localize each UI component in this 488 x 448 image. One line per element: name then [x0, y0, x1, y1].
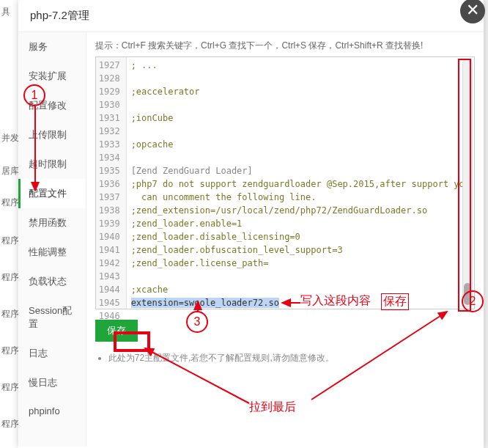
bg-label: 程序 — [1, 418, 19, 430]
line-gutter: 1927192819291930193119321933193419351936… — [96, 57, 127, 309]
sidebar-item[interactable]: 配置修改 — [18, 91, 86, 120]
sidebar: 服务安装扩展配置修改上传限制超时限制配置文件禁用函数性能调整负载状态Sessio… — [18, 32, 86, 447]
bg-label: 并发 — [1, 132, 19, 144]
sidebar-item[interactable]: 负载状态 — [18, 267, 86, 296]
code-content[interactable]: ; ... ;eaccelerator ;ionCube ;opcache [Z… — [127, 57, 474, 309]
sidebar-item[interactable]: 配置文件 — [18, 179, 86, 208]
sidebar-item[interactable]: 超时限制 — [18, 150, 86, 179]
bg-label: 程序 — [1, 308, 19, 320]
bg-label: 程序 — [1, 197, 19, 209]
close-icon: ✕ — [466, 1, 479, 19]
sidebar-item[interactable]: 性能调整 — [18, 238, 86, 267]
sidebar-item[interactable]: 日志 — [18, 339, 86, 368]
annotation-save-box-inner — [115, 333, 149, 350]
sidebar-item[interactable]: 禁用函数 — [18, 208, 86, 238]
bg-label: 程序 — [1, 271, 19, 284]
code-editor[interactable]: 1927192819291930193119321933193419351936… — [95, 56, 475, 309]
bg-label: 居库 — [1, 165, 19, 177]
annotation-scrollbar-box — [458, 59, 471, 312]
sidebar-item[interactable]: 慢日志 — [18, 368, 86, 397]
sidebar-item[interactable]: 安装扩展 — [18, 62, 86, 91]
bg-label: 程序 — [1, 235, 19, 247]
modal-title: php-7.2管理 — [18, 0, 484, 32]
modal: ✕ php-7.2管理 服务安装扩展配置修改上传限制超时限制配置文件禁用函数性能… — [18, 0, 484, 448]
sidebar-item[interactable]: Session配置 — [18, 296, 86, 339]
bg-label: 程序 — [1, 381, 19, 394]
footer-note: 此处为72主配置文件,若您不了解配置规则,请勿随意修改。 — [95, 352, 475, 364]
sidebar-item[interactable]: phpinfo — [18, 397, 86, 425]
tip-text: 提示：Ctrl+F 搜索关键字，Ctrl+G 查找下一个，Ctrl+S 保存，C… — [95, 40, 475, 52]
sidebar-item[interactable]: 上传限制 — [18, 120, 86, 150]
sidebar-item[interactable]: 服务 — [18, 32, 86, 62]
bg-label: 具 — [1, 6, 10, 18]
bg-label: 程序 — [1, 345, 19, 357]
main-panel: 提示：Ctrl+F 搜索关键字，Ctrl+G 查找下一个，Ctrl+S 保存，C… — [86, 32, 484, 447]
